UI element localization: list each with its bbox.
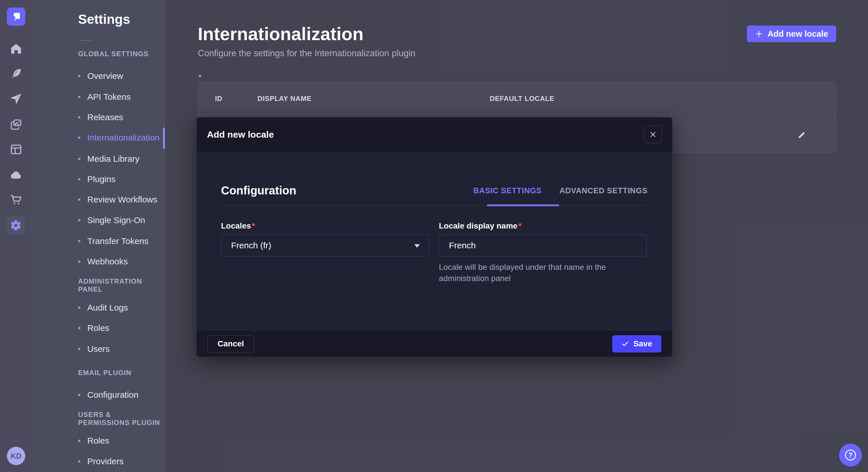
strapi-admin-app: KD Settings GLOBAL SETTINGS Overview API… [0,0,868,472]
settings-tabs: BASIC SETTINGS ADVANCED SETTINGS [473,187,648,195]
tab-advanced-settings[interactable]: ADVANCED SETTINGS [559,187,648,195]
modal-body: Configuration BASIC SETTINGS ADVANCED SE… [197,152,672,331]
cancel-button[interactable]: Cancel [208,335,254,352]
modal-title: Add new locale [207,129,274,140]
required-asterisk: * [518,222,522,230]
check-icon [621,340,629,347]
chevron-down-icon [413,243,421,249]
save-button[interactable]: Save [612,335,661,352]
locales-label: Locales* [221,222,429,231]
configuration-heading: Configuration [221,184,296,197]
active-tab-underline [487,204,559,206]
add-new-locale-modal: Add new locale Configuration BASIC SETTI… [197,117,672,357]
locales-field: Locales* French (fr) [221,222,429,256]
tab-basic-settings[interactable]: BASIC SETTINGS [473,187,541,195]
display-name-input[interactable] [439,235,647,256]
display-name-hint: Locale will be displayed under that name… [439,262,640,284]
modal-footer: Cancel Save [197,331,672,357]
locales-select[interactable]: French (fr) [221,235,429,256]
required-asterisk: * [252,222,255,230]
close-icon [649,131,657,138]
display-name-label: Locale display name* [439,222,647,231]
tabs-divider [221,205,648,206]
display-name-field: Locale display name* Locale will be disp… [439,222,647,284]
close-modal-button[interactable] [644,126,662,143]
modal-header: Add new locale [197,117,672,152]
locales-select-value: French (fr) [231,241,271,250]
